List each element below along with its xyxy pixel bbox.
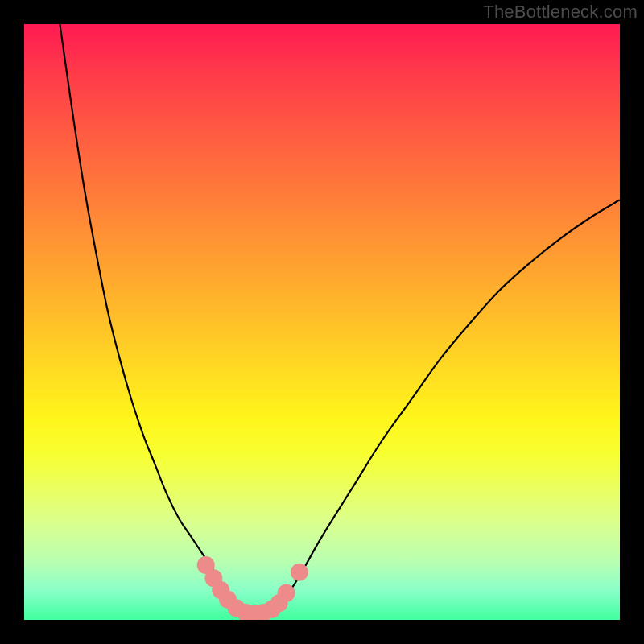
watermark-text: TheBottleneck.com (483, 2, 638, 23)
data-marker (278, 584, 295, 602)
data-marker (291, 564, 308, 581)
plot-area (24, 24, 620, 620)
bottleneck-curve (60, 24, 620, 614)
marker-layer (197, 556, 308, 620)
chart-frame: TheBottleneck.com (0, 0, 644, 644)
chart-svg (24, 24, 620, 620)
curve-layer (60, 24, 620, 614)
